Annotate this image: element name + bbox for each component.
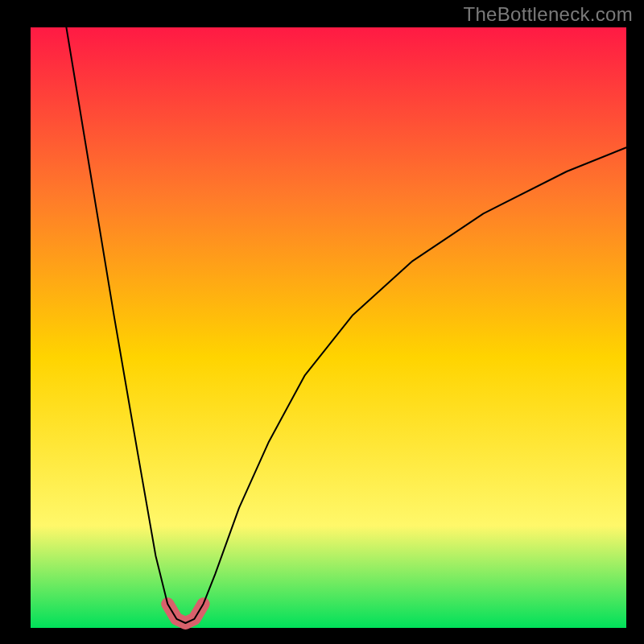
chart-root: TheBottleneck.com xyxy=(0,0,644,644)
plot-background xyxy=(31,27,626,628)
bottleneck-chart xyxy=(0,0,644,644)
watermark-text: TheBottleneck.com xyxy=(463,3,633,26)
